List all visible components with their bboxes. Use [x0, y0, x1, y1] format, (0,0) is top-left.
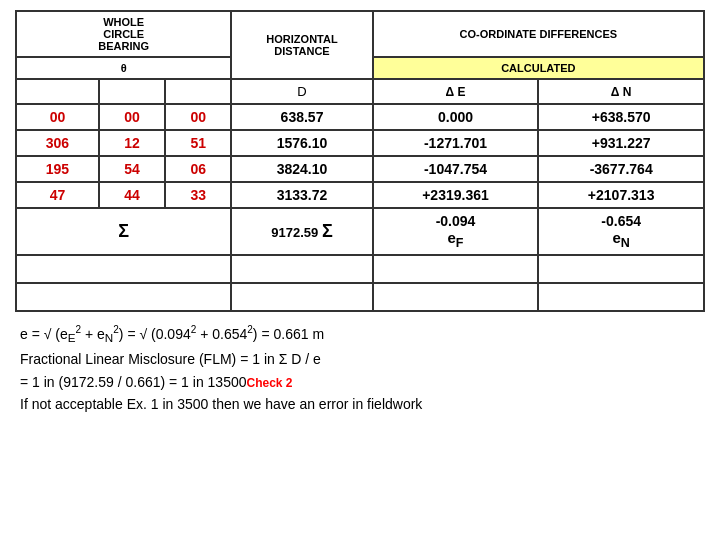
angle-s-4: 33 — [165, 182, 231, 208]
angle-m-1: 00 — [99, 104, 165, 130]
table-row: 47 44 33 3133.72 +2319.361 +2107.313 — [16, 182, 704, 208]
header-row-1: WHOLE CIRCLE BEARING HORIZONTAL DISTANCE… — [16, 11, 704, 57]
sigma-n: -0.654 eN — [538, 208, 704, 255]
angle-m-3: 54 — [99, 156, 165, 182]
empty-row-1 — [16, 255, 704, 283]
acceptable-line: If not acceptable Ex. 1 in 3500 then we … — [20, 393, 705, 415]
angle-d-4: 47 — [16, 182, 99, 208]
col-d-label: D — [231, 79, 372, 104]
delta-n-1: +638.570 — [538, 104, 704, 130]
angle-d-1: 00 — [16, 104, 99, 130]
calculated-header: CALCULATED — [373, 57, 704, 79]
sigma-dist: 9172.59 Σ — [231, 208, 372, 255]
delta-n-2: +931.227 — [538, 130, 704, 156]
delta-e-1: 0.000 — [373, 104, 539, 130]
angle-s-3: 06 — [165, 156, 231, 182]
table-row: 306 12 51 1576.10 -1271.701 +931.227 — [16, 130, 704, 156]
angle-s-1: 00 — [165, 104, 231, 130]
angle-m-4: 44 — [99, 182, 165, 208]
flm-line: Fractional Linear Misclosure (FLM) = 1 i… — [20, 348, 705, 370]
delta-e-3: -1047.754 — [373, 156, 539, 182]
table-row: 195 54 06 3824.10 -1047.754 -3677.764 — [16, 156, 704, 182]
delta-e-2: -1271.701 — [373, 130, 539, 156]
delta-n-header: Δ N — [538, 79, 704, 104]
empty-row-2 — [16, 283, 704, 311]
subheader-row: D Δ E Δ N — [16, 79, 704, 104]
angle-s-2: 51 — [165, 130, 231, 156]
co-ordinate-header: CO-ORDINATE DIFFERENCES — [373, 11, 704, 57]
horizontal-header: HORIZONTAL DISTANCE — [231, 11, 372, 79]
result-line: = 1 in (9172.59 / 0.661) = 1 in 13500Che… — [20, 371, 705, 393]
sigma-row: Σ 9172.59 Σ -0.094 eF -0.654 eN — [16, 208, 704, 255]
col-s — [165, 79, 231, 104]
whole-circle-header: WHOLE CIRCLE BEARING — [16, 11, 231, 57]
survey-table: WHOLE CIRCLE BEARING HORIZONTAL DISTANCE… — [15, 10, 705, 312]
delta-n-4: +2107.313 — [538, 182, 704, 208]
delta-n-3: -3677.764 — [538, 156, 704, 182]
col-m — [99, 79, 165, 104]
dist-2: 1576.10 — [231, 130, 372, 156]
dist-1: 638.57 — [231, 104, 372, 130]
delta-e-4: +2319.361 — [373, 182, 539, 208]
col-d — [16, 79, 99, 104]
theta-label: θ — [16, 57, 231, 79]
formula-line: e = √ (eE2 + eN2) = √ (0.0942 + 0.6542) … — [20, 322, 705, 348]
page-container: WHOLE CIRCLE BEARING HORIZONTAL DISTANCE… — [0, 0, 720, 540]
dist-3: 3824.10 — [231, 156, 372, 182]
table-row: 00 00 00 638.57 0.000 +638.570 — [16, 104, 704, 130]
sigma-e: -0.094 eF — [373, 208, 539, 255]
sigma-symbol-cell: Σ — [16, 208, 231, 255]
delta-e-header: Δ E — [373, 79, 539, 104]
angle-m-2: 12 — [99, 130, 165, 156]
angle-d-2: 306 — [16, 130, 99, 156]
dist-4: 3133.72 — [231, 182, 372, 208]
angle-d-3: 195 — [16, 156, 99, 182]
check2-label: Check 2 — [247, 376, 293, 390]
bottom-text-section: e = √ (eE2 + eN2) = √ (0.0942 + 0.6542) … — [15, 322, 705, 415]
